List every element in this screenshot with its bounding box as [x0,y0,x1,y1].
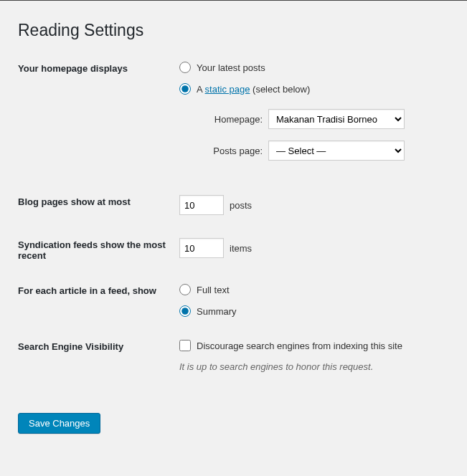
radio-full-text-input[interactable] [179,284,191,295]
row-syndication: Syndication feeds show the most recent i… [18,238,449,261]
blog-pages-input[interactable] [179,195,224,215]
checkbox-discourage-label: Discourage search engines from indexing … [197,341,402,351]
field-blog-pages: posts [179,195,449,215]
syndication-unit: items [230,243,252,254]
radio-static-page[interactable]: A static page (select below) [179,83,449,95]
field-feed-article: Full text Summary [179,284,449,317]
label-homepage-displays: Your homepage displays [18,62,179,74]
radio-summary-input[interactable] [179,305,191,317]
blog-pages-unit: posts [230,200,252,211]
radio-latest-posts-input[interactable] [179,62,191,73]
label-feed-article: For each article in a feed, show [18,284,179,296]
label-search-engine: Search Engine Visibility [18,340,179,352]
field-homepage-displays: Your latest posts A static page (select … [179,62,449,172]
syndication-input[interactable] [179,238,224,258]
save-button[interactable]: Save Changes [18,413,100,434]
static-page-subrows: Homepage: Makanan Tradisi Borneo Posts p… [197,109,449,161]
checkbox-discourage[interactable]: Discourage search engines from indexing … [179,340,449,351]
field-syndication: items [179,238,449,258]
postspage-select-label: Posts page: [197,146,263,156]
radio-latest-posts-label: Your latest posts [197,62,265,73]
subrow-homepage-select: Homepage: Makanan Tradisi Borneo [197,109,449,129]
static-prefix: A [197,84,205,95]
radio-full-text[interactable]: Full text [179,284,449,295]
postspage-select[interactable]: — Select — [268,141,405,161]
row-homepage-displays: Your homepage displays Your latest posts… [18,62,449,172]
subrow-postspage-select: Posts page: — Select — [197,141,449,161]
radio-summary[interactable]: Summary [179,305,449,317]
homepage-select[interactable]: Makanan Tradisi Borneo [268,109,405,129]
search-engine-description: It is up to search engines to honor this… [179,361,449,372]
radio-full-text-label: Full text [197,285,230,295]
label-syndication: Syndication feeds show the most recent [18,238,179,261]
row-search-engine: Search Engine Visibility Discourage sear… [18,340,449,372]
radio-summary-label: Summary [197,306,237,317]
static-suffix: (select below) [250,84,310,95]
checkbox-discourage-input[interactable] [179,340,191,351]
settings-wrap: Reading Settings Your homepage displays … [0,0,467,455]
static-page-link[interactable]: static page [205,84,250,95]
homepage-select-label: Homepage: [197,114,263,125]
row-feed-article: For each article in a feed, show Full te… [18,284,449,317]
row-blog-pages: Blog pages show at most posts [18,195,449,215]
radio-latest-posts[interactable]: Your latest posts [179,62,449,73]
page-title: Reading Settings [18,21,449,40]
label-blog-pages: Blog pages show at most [18,195,179,207]
field-search-engine: Discourage search engines from indexing … [179,340,449,372]
radio-static-page-input[interactable] [179,83,191,95]
radio-static-page-label: A static page (select below) [197,84,310,95]
